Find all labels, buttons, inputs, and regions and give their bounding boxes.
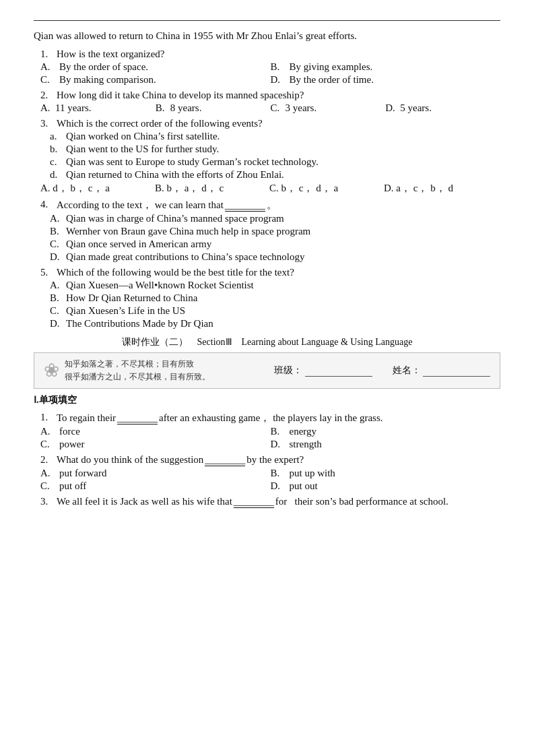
q4-opt-a-label: A. (50, 213, 63, 224)
q5-num: 5. (40, 267, 54, 278)
q4-num: 4. (40, 199, 54, 212)
q1-opt-c-text: By making comparison. (59, 74, 156, 86)
q1-text: How is the text organized? (57, 49, 500, 60)
q2-opt-a-text: 11 years. (55, 102, 92, 114)
p1q2-opt-c-text: put off (59, 480, 86, 492)
q3-item-d-text: Qian returned to China with the efforts … (66, 169, 284, 181)
q3-item-a: a. Qian worked on China’s first satellit… (34, 131, 500, 142)
q4-opt-a: A. Qian was in charge of China’s manned … (34, 213, 500, 224)
q2-opt-b-text: 8 years. (170, 102, 202, 114)
q1-opt-c-label: C. (40, 74, 59, 86)
q5-opt-c: C. Qian Xuesen’s Life in the US (34, 305, 500, 317)
q5-opt-d-text: The Contributions Made by Dr Qian (66, 318, 213, 329)
q2-opt-d-label: D. (385, 102, 400, 114)
q3-ans-d-text: a， c， b， d (396, 183, 453, 193)
p1q3-text: We all feel it is Jack as well as his wi… (57, 496, 500, 508)
part1-q2: 2. What do you think of the suggestion__… (34, 454, 500, 492)
p1q1-text: To regain their________after an exhausti… (57, 412, 500, 424)
p1q1-opt-d-label: D. (271, 439, 290, 450)
q3-item-c: c. Qian was sent to Europe to study Germ… (34, 156, 500, 168)
q5-opt-b-text: How Dr Qian Returned to China (66, 292, 197, 304)
question-2: 2. How long did it take China to develop… (34, 90, 500, 114)
info-box: ❀ 知乎如落之著，不尽其根；目有所致 很乎如潘方之山，不尽其根，目有所致。 班级… (34, 352, 500, 389)
q2-num: 2. (40, 90, 54, 101)
q4-opt-b-label: B. (50, 226, 63, 237)
q3-ans-c-label: C. (269, 183, 279, 193)
q3-ans-c: C. b， c， d， a (269, 182, 364, 195)
p1q3-num: 3. (40, 496, 54, 508)
q3-item-b: b. Qian went to the US for further study… (34, 144, 500, 155)
p1q2-num: 2. (40, 454, 54, 466)
p1q2-opt-b-text: put up with (290, 468, 335, 479)
q3-num: 3. (40, 118, 54, 129)
p1q2-opt-c-label: C. (40, 480, 59, 492)
q3-item-d: d. Qian returned to China with the effor… (34, 169, 500, 181)
question-5: 5. Which of the following would be the b… (34, 267, 500, 329)
q3-ans-c-text: b， c， d， a (281, 183, 339, 193)
q5-opt-b-label: B. (50, 292, 63, 304)
q4-opt-c-label: C. (50, 239, 63, 250)
p1q2-opt-a-text: put forward (59, 468, 106, 479)
intro-text: Qian was allowed to return to China in 1… (34, 30, 500, 42)
p1q2-opt-d-label: D. (271, 480, 290, 492)
q1-opt-a-label: A. (40, 61, 59, 73)
q2-opt-a-label: A. (40, 102, 55, 114)
part1-q1: 1. To regain their________after an exhau… (34, 412, 500, 450)
q3-ans-d: D. a， c， b， d (384, 182, 478, 195)
q5-opt-a-text: Qian Xuesen—a Well•known Rocket Scientis… (66, 280, 254, 291)
q3-ans-a-text: d， b， c， a (53, 183, 110, 193)
p1q2-opt-a-label: A. (40, 468, 59, 479)
p1q1-opt-c-text: power (59, 439, 85, 450)
q4-opt-c-text: Qian once served in American army (66, 239, 211, 250)
q4-opt-d: D. Qian made great contributions to Chin… (34, 251, 500, 263)
q3-item-c-label: c. (50, 156, 63, 168)
q1-opt-b-label: B. (271, 61, 290, 73)
q5-opt-b: B. How Dr Qian Returned to China (34, 292, 500, 304)
q4-opt-b: B. Wernher von Braun gave China much hel… (34, 226, 500, 237)
q3-item-a-text: Qian worked on China’s first satellite. (66, 131, 220, 142)
p1q1-opt-c-label: C. (40, 439, 59, 450)
q1-opt-b-text: By giving examples. (290, 61, 373, 73)
p1q1-num: 1. (40, 412, 54, 424)
p1q1-opt-a-label: A. (40, 426, 59, 437)
q1-opt-d-label: D. (271, 74, 290, 86)
q3-ans-b-text: b， a， d， c (167, 183, 224, 193)
q3-answers: A. d， b， c， a B. b， a， d， c C. b， c， d， … (34, 182, 500, 195)
info-box-motto: ❀ 知乎如落之著，不尽其根；目有所致 很乎如潘方之山，不尽其根，目有所致。 (44, 358, 274, 383)
q4-opt-d-text: Qian made great contributions to China’s… (66, 251, 305, 263)
q3-ans-a-label: A. (40, 183, 51, 193)
q1-opt-d-text: By the order of time. (290, 74, 374, 86)
top-divider (34, 20, 500, 21)
p1q2-opt-b-label: B. (271, 468, 290, 479)
q5-opt-a-label: A. (50, 280, 63, 291)
q3-item-b-label: b. (50, 144, 63, 155)
question-4: 4. According to the text， we can learn t… (34, 199, 500, 263)
q3-item-b-text: Qian went to the US for further study. (66, 144, 219, 155)
q5-opt-c-text: Qian Xuesen’s Life in the US (66, 305, 185, 317)
q2-opt-d-text: 5 years. (400, 102, 432, 114)
motto-line1: 知乎如落之著，不尽其根；目有所致 (65, 358, 210, 371)
class-label: 班级： (274, 365, 372, 377)
section-header: 课时作业（二） SectionⅢ Learning about Language… (34, 336, 500, 348)
q4-blank: ________ (225, 199, 265, 212)
q3-ans-b-label: B. (155, 183, 164, 193)
q2-opt-b-label: B. (156, 102, 170, 114)
q3-item-c-text: Qian was sent to Europe to study German’… (66, 156, 319, 168)
q5-opt-a: A. Qian Xuesen—a Well•known Rocket Scien… (34, 280, 500, 291)
q3-item-d-label: d. (50, 169, 63, 181)
motto-line2: 很乎如潘方之山，不尽其根，目有所致。 (65, 371, 210, 383)
p1q1-opt-b-text: energy (290, 426, 317, 437)
q1-opt-a-text: By the order of space. (59, 61, 148, 73)
p1q2-text: What do you think of the suggestion_____… (57, 454, 500, 466)
q1-num: 1. (40, 49, 54, 60)
section1-title: Ⅰ.单项填空 (34, 394, 500, 406)
q3-item-a-label: a. (50, 131, 63, 142)
q4-opt-b-text: Wernher von Braun gave China much help i… (66, 226, 310, 237)
q2-opt-c-label: C. (271, 102, 286, 114)
p1q1-opt-b-label: B. (271, 426, 290, 437)
question-1: 1. How is the text organized? A. By the … (34, 49, 500, 86)
q4-opt-c: C. Qian once served in American army (34, 239, 500, 250)
q4-opt-d-label: D. (50, 251, 63, 263)
part1-q3: 3. We all feel it is Jack as well as his… (34, 496, 500, 508)
q5-text: Which of the following would be the best… (57, 267, 500, 278)
